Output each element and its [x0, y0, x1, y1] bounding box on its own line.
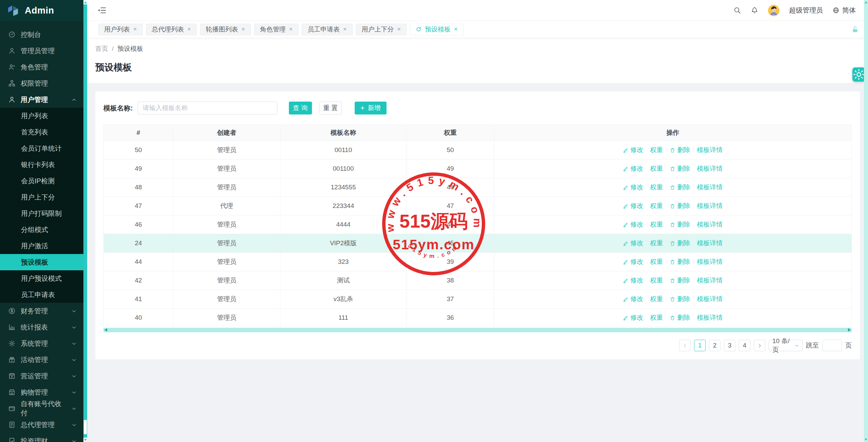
action-delete-link[interactable]: 删除: [670, 202, 690, 210]
action-weight-link[interactable]: 权重: [650, 276, 663, 285]
action-detail-link[interactable]: 模板详情: [697, 239, 723, 248]
action-edit-link[interactable]: 修改: [623, 220, 643, 229]
tab-0[interactable]: 用户列表×: [98, 24, 143, 35]
scroll-down-arrow-icon[interactable]: [865, 439, 867, 441]
action-edit-link[interactable]: 修改: [623, 239, 643, 248]
avatar[interactable]: [768, 5, 780, 16]
sidebar-item-activity[interactable]: 活动管理: [0, 352, 83, 368]
horizontal-scrollbar[interactable]: [103, 328, 852, 332]
tab-1[interactable]: 总代理列表×: [146, 24, 197, 35]
add-button[interactable]: + 新增: [355, 102, 387, 114]
sidebar-item-console[interactable]: 控制台: [0, 26, 83, 43]
tab-3[interactable]: 角色管理×: [254, 24, 299, 35]
action-edit-link[interactable]: 修改: [623, 164, 643, 173]
sidebar-item-operation[interactable]: 营运管理: [0, 368, 83, 384]
jump-page-input[interactable]: [822, 340, 842, 351]
sidebar-item-shopping[interactable]: 购物管理: [0, 384, 83, 400]
template-name-input[interactable]: [138, 102, 277, 114]
sidebar-item-invest[interactable]: 投资理财: [0, 433, 83, 442]
tab-2[interactable]: 轮播图列表×: [200, 24, 251, 35]
refresh-icon[interactable]: [416, 26, 421, 32]
scroll-left-arrow-icon[interactable]: [104, 328, 107, 332]
action-delete-link[interactable]: 删除: [670, 276, 690, 285]
sidebar-item-admins[interactable]: 管理员管理: [0, 43, 83, 59]
sidebar-subitem[interactable]: 用户打码限制: [0, 205, 83, 222]
action-delete-link[interactable]: 删除: [670, 239, 690, 248]
sidebar-scrollbar[interactable]: [83, 0, 87, 442]
sidebar-subitem[interactable]: 分组模式: [0, 222, 83, 238]
action-detail-link[interactable]: 模板详情: [697, 257, 723, 266]
action-edit-link[interactable]: 修改: [623, 146, 643, 154]
action-delete-link[interactable]: 删除: [670, 313, 690, 322]
action-edit-link[interactable]: 修改: [623, 257, 643, 266]
action-edit-link[interactable]: 修改: [623, 276, 643, 285]
page-scrollbar[interactable]: [864, 0, 868, 442]
collapse-menu-icon[interactable]: [97, 6, 106, 15]
sidebar-subitem[interactable]: 用户上下分: [0, 189, 83, 205]
breadcrumb-home[interactable]: 首页: [95, 44, 108, 53]
page-button-2[interactable]: 2: [709, 340, 721, 351]
page-button-4[interactable]: 4: [739, 340, 750, 351]
sidebar-subitem[interactable]: 用户激活: [0, 238, 83, 254]
scroll-up-arrow-icon[interactable]: [865, 1, 867, 3]
sidebar-item-finance[interactable]: 财务管理: [0, 303, 83, 319]
sidebar-subitem[interactable]: 用户列表: [0, 108, 83, 124]
logo[interactable]: Admin: [0, 0, 83, 21]
action-detail-link[interactable]: 模板详情: [697, 313, 723, 322]
username[interactable]: 超级管理员: [789, 6, 823, 15]
sidebar-item-system[interactable]: 系统管理: [0, 335, 83, 352]
sidebar-item-agent[interactable]: 总代理管理: [0, 417, 83, 433]
sidebar-item-roles[interactable]: 角色管理: [0, 59, 83, 75]
sidebar-subitem-active[interactable]: 预设模板: [0, 254, 83, 270]
tab-close-icon[interactable]: ×: [241, 26, 245, 33]
tab-close-icon[interactable]: ×: [133, 26, 137, 33]
search-icon[interactable]: [733, 6, 741, 14]
action-detail-link[interactable]: 模板详情: [697, 183, 723, 192]
action-edit-link[interactable]: 修改: [623, 183, 643, 192]
action-edit-link[interactable]: 修改: [623, 295, 643, 303]
tab-5[interactable]: 用户上下分×: [356, 24, 407, 35]
tab-close-icon[interactable]: ×: [188, 26, 191, 33]
search-button[interactable]: 查 询: [289, 102, 312, 114]
action-weight-link[interactable]: 权重: [650, 239, 663, 248]
sidebar-subitem[interactable]: 银行卡列表: [0, 156, 83, 173]
page-size-select[interactable]: 10 条/页: [769, 340, 803, 351]
sidebar-subitem[interactable]: 首充列表: [0, 124, 83, 140]
sidebar-subitem[interactable]: 员工申请表: [0, 287, 83, 303]
action-detail-link[interactable]: 模板详情: [697, 146, 723, 154]
tab-4[interactable]: 员工申请表×: [302, 24, 353, 35]
action-edit-link[interactable]: 修改: [623, 202, 643, 210]
bell-icon[interactable]: [751, 6, 758, 14]
action-detail-link[interactable]: 模板详情: [697, 164, 723, 173]
scroll-down-arrow-icon[interactable]: [83, 438, 87, 442]
action-weight-link[interactable]: 权重: [650, 202, 663, 210]
tab-close-icon[interactable]: ×: [454, 26, 458, 33]
action-delete-link[interactable]: 删除: [670, 146, 690, 154]
sidebar-item-account[interactable]: 自有账号代收付: [0, 400, 83, 417]
action-delete-link[interactable]: 删除: [670, 183, 690, 192]
action-weight-link[interactable]: 权重: [650, 220, 663, 229]
action-detail-link[interactable]: 模板详情: [697, 295, 723, 303]
action-weight-link[interactable]: 权重: [650, 295, 663, 303]
action-weight-link[interactable]: 权重: [650, 313, 663, 322]
action-weight-link[interactable]: 权重: [650, 183, 663, 192]
reset-button[interactable]: 重 置: [319, 102, 342, 114]
action-delete-link[interactable]: 删除: [670, 164, 690, 173]
sidebar-item-perms[interactable]: 权限管理: [0, 75, 83, 91]
action-weight-link[interactable]: 权重: [650, 146, 663, 154]
sidebar-item-reports[interactable]: 统计报表: [0, 319, 83, 335]
action-detail-link[interactable]: 模板详情: [697, 202, 723, 210]
unlock-icon[interactable]: [851, 25, 859, 34]
sidebar-subitem[interactable]: 会员IP检测: [0, 173, 83, 189]
page-button-3[interactable]: 3: [724, 340, 735, 351]
page-button-1[interactable]: 1: [694, 340, 706, 351]
action-delete-link[interactable]: 删除: [670, 220, 690, 229]
sidebar-item-users[interactable]: 用户管理: [0, 91, 83, 108]
tab-close-icon[interactable]: ×: [397, 26, 401, 33]
tab-close-icon[interactable]: ×: [289, 26, 293, 33]
action-detail-link[interactable]: 模板详情: [697, 220, 723, 229]
next-page-button[interactable]: [754, 340, 765, 351]
scroll-right-arrow-icon[interactable]: [848, 328, 851, 332]
action-weight-link[interactable]: 权重: [650, 164, 663, 173]
settings-fab[interactable]: [852, 67, 865, 82]
